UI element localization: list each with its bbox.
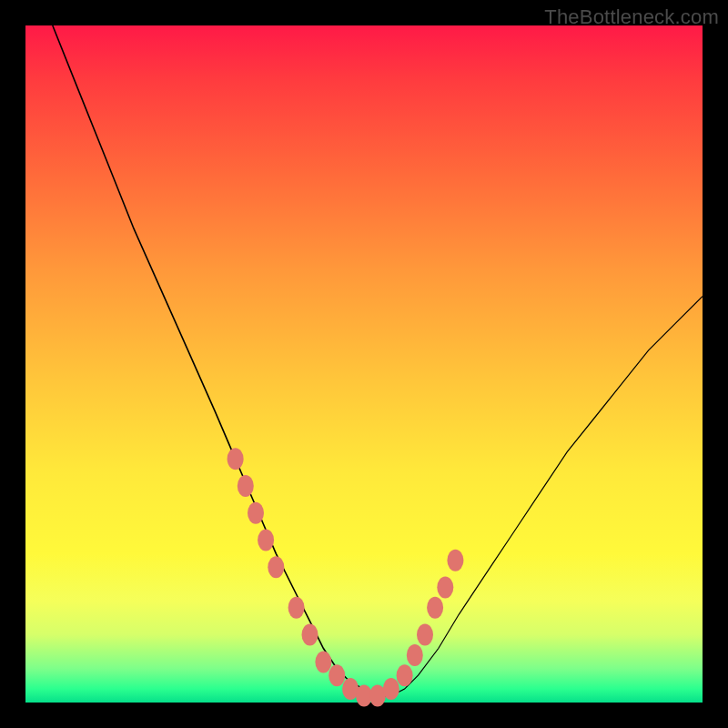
bottleneck-curve-left bbox=[53, 25, 391, 696]
highlight-dot bbox=[302, 624, 318, 646]
highlight-dot bbox=[427, 597, 443, 619]
highlight-dot bbox=[258, 529, 274, 551]
chart-plot-area bbox=[25, 25, 703, 703]
highlight-dot bbox=[288, 597, 305, 619]
highlight-dot bbox=[315, 651, 331, 672]
watermark-text: TheBottleneck.com bbox=[544, 5, 719, 29]
highlight-dot bbox=[447, 550, 463, 571]
highlight-dot bbox=[437, 577, 453, 599]
highlight-dot bbox=[329, 664, 345, 686]
chart-svg bbox=[25, 25, 703, 703]
highlight-dot bbox=[383, 678, 399, 700]
highlight-dot-group bbox=[228, 448, 464, 706]
highlight-dot bbox=[268, 556, 284, 578]
highlight-dot bbox=[397, 664, 413, 686]
highlight-dot bbox=[248, 502, 264, 524]
highlight-dot bbox=[417, 624, 433, 646]
highlight-dot bbox=[238, 475, 254, 497]
highlight-dot bbox=[228, 448, 244, 470]
highlight-dot bbox=[407, 644, 423, 666]
